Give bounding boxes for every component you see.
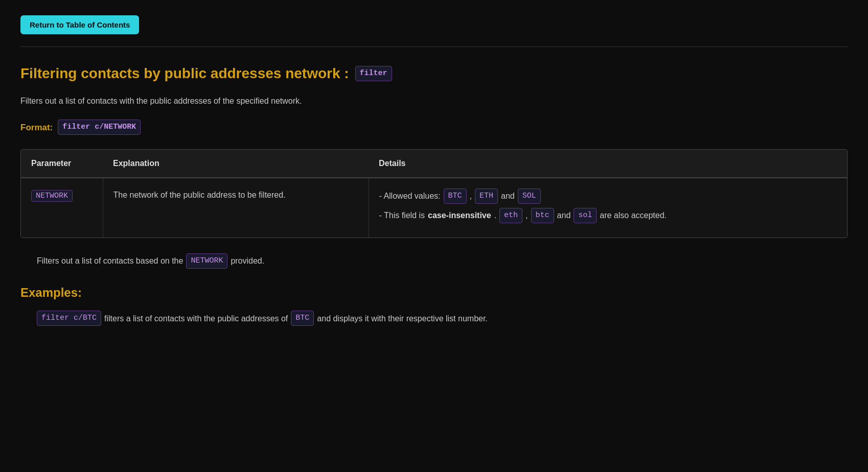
alt-value-btc: btc: [531, 208, 554, 223]
col-header-parameter: Parameter: [21, 150, 103, 178]
bullet-network-code: NETWORK: [186, 253, 227, 269]
comma-2: ,: [526, 209, 528, 222]
col-header-details: Details: [369, 150, 847, 178]
explanation-text: The network of the public address to be …: [113, 191, 286, 199]
page-title: Filtering contacts by public addresses n…: [20, 62, 848, 85]
alt-value-sol: sol: [574, 208, 597, 223]
parameters-table: Parameter Explanation Details NETWORK Th…: [21, 150, 847, 238]
comma-1: ,: [470, 190, 472, 203]
value-btc: BTC: [444, 188, 467, 204]
details-line-1: - Allowed values: BTC , ETH and SOL: [379, 188, 837, 204]
page-title-command: filter: [355, 66, 392, 81]
example-list-item: filter c/BTC filters a list of contacts …: [37, 311, 848, 326]
and-1: and: [501, 190, 515, 203]
table-cell-details: - Allowed values: BTC , ETH and SOL - Th…: [369, 178, 847, 238]
details-case-prefix: - This field is: [379, 209, 425, 222]
examples-heading: Examples:: [20, 283, 848, 302]
example-btc-inline: BTC: [291, 311, 314, 326]
bullet-section: Filters out a list of contacts based on …: [20, 253, 848, 269]
details-allowed-prefix: - Allowed values:: [379, 190, 441, 203]
example-middle: filters a list of contacts with the publ…: [104, 312, 288, 325]
parameters-table-container: Parameter Explanation Details NETWORK Th…: [20, 149, 848, 238]
page-description: Filters out a list of contacts with the …: [20, 95, 848, 108]
details-accepted-suffix: are also accepted.: [600, 209, 667, 222]
example-command: filter c/BTC: [37, 311, 101, 326]
section-divider: [20, 46, 848, 47]
details-line-2: - This field is case-insensitive . eth ,…: [379, 208, 837, 223]
bullet-prefix: Filters out a list of contacts based on …: [37, 254, 183, 268]
page-title-prefix: Filtering contacts by public addresses n…: [20, 62, 349, 85]
details-case-bold: case-insensitive: [428, 209, 491, 222]
examples-list: filter c/BTC filters a list of contacts …: [20, 311, 848, 326]
and-2: and: [557, 209, 571, 222]
table-cell-parameter: NETWORK: [21, 178, 103, 238]
format-command: filter c/NETWORK: [58, 120, 141, 135]
format-label: Format:: [20, 121, 53, 134]
table-row: NETWORK The network of the public addres…: [21, 178, 847, 238]
table-header-row: Parameter Explanation Details: [21, 150, 847, 178]
value-sol: SOL: [518, 188, 541, 204]
alt-value-eth: eth: [499, 208, 522, 223]
list-item: Filters out a list of contacts based on …: [37, 253, 848, 269]
value-eth: ETH: [475, 188, 498, 204]
format-line: Format: filter c/NETWORK: [20, 120, 848, 135]
bullet-suffix: provided.: [231, 254, 264, 268]
col-header-explanation: Explanation: [103, 150, 369, 178]
parameter-network-code: NETWORK: [31, 190, 73, 202]
details-case-dot: .: [494, 209, 496, 222]
table-cell-explanation: The network of the public address to be …: [103, 178, 369, 238]
return-to-toc-button[interactable]: Return to Table of Contents: [20, 15, 139, 34]
bullet-list: Filters out a list of contacts based on …: [20, 253, 848, 269]
example-suffix: and displays it with their respective li…: [317, 312, 487, 325]
